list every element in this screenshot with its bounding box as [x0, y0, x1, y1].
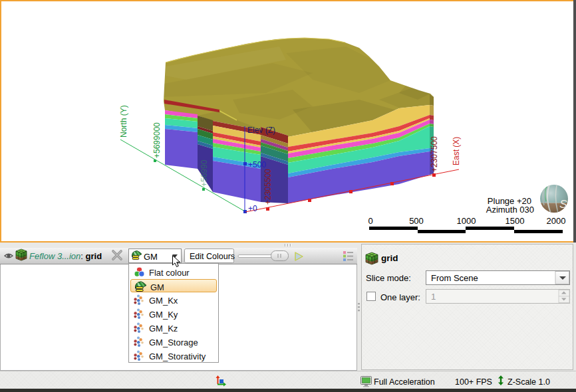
svg-text:1500: 1500 — [505, 216, 525, 226]
svg-text:S: S — [559, 198, 567, 211]
svg-text:2000: 2000 — [547, 216, 566, 226]
svg-text:0: 0 — [368, 216, 372, 226]
svg-text:+2305500: +2305500 — [263, 169, 273, 205]
svg-text:1000: 1000 — [457, 216, 476, 226]
svg-text:+5699000: +5699000 — [152, 122, 162, 158]
svg-text:Azimuth 030: Azimuth 030 — [486, 205, 534, 215]
svg-text:+56990: +56990 — [200, 159, 209, 187]
svg-text:North (Y): North (Y) — [119, 105, 128, 138]
svg-text:Elev (Z): Elev (Z) — [247, 126, 275, 135]
svg-text:East (X): East (X) — [452, 137, 461, 165]
svg-text:+500: +500 — [248, 160, 266, 169]
svg-text:500: 500 — [409, 216, 424, 226]
svg-text:+2307500: +2307500 — [430, 136, 439, 172]
svg-text:+0: +0 — [248, 204, 257, 213]
